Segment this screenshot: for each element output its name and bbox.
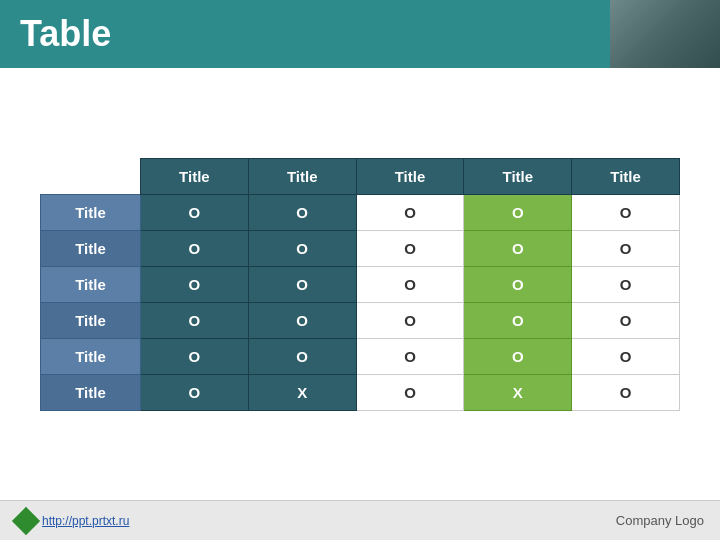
page-title: Table (20, 13, 111, 55)
table-cell: X (464, 374, 572, 410)
header-image (610, 0, 720, 68)
table-cell: O (464, 266, 572, 302)
header-col-2: Title (248, 158, 356, 194)
header-col-5: Title (572, 158, 680, 194)
row-header: Title (41, 194, 141, 230)
table-cell: O (356, 374, 464, 410)
table-row: TitleOOOOO (41, 194, 680, 230)
table-cell: O (464, 302, 572, 338)
header-empty (41, 158, 141, 194)
page-footer: http://ppt.prtxt.ru Company Logo (0, 500, 720, 540)
table-cell: O (356, 230, 464, 266)
table-cell: O (248, 338, 356, 374)
row-header: Title (41, 338, 141, 374)
table-cell: O (572, 374, 680, 410)
table-row: TitleOOOOO (41, 302, 680, 338)
row-header: Title (41, 266, 141, 302)
table-cell: O (572, 230, 680, 266)
row-header: Title (41, 230, 141, 266)
diamond-icon (12, 506, 40, 534)
header-col-1: Title (141, 158, 249, 194)
table-body: TitleOOOOOTitleOOOOOTitleOOOOOTitleOOOOO… (41, 194, 680, 410)
table-cell: O (356, 338, 464, 374)
page-header: Table (0, 0, 720, 68)
footer-left: http://ppt.prtxt.ru (16, 511, 129, 531)
header-col-4: Title (464, 158, 572, 194)
table-row: TitleOOOOO (41, 266, 680, 302)
table-cell: O (464, 194, 572, 230)
table-cell: O (572, 194, 680, 230)
table-cell: O (572, 302, 680, 338)
table-cell: O (356, 266, 464, 302)
row-header: Title (41, 374, 141, 410)
table-row: TitleOOOOO (41, 230, 680, 266)
table-cell: O (464, 230, 572, 266)
table-cell: O (464, 338, 572, 374)
table-cell: O (356, 302, 464, 338)
table-cell: O (141, 374, 249, 410)
table-cell: O (356, 194, 464, 230)
table-cell: O (248, 230, 356, 266)
table-cell: O (141, 266, 249, 302)
data-table: Title Title Title Title Title TitleOOOOO… (40, 158, 680, 411)
table-cell: O (572, 266, 680, 302)
table-cell: O (248, 302, 356, 338)
table-cell: O (141, 302, 249, 338)
row-header: Title (41, 302, 141, 338)
table-row: TitleOXOXO (41, 374, 680, 410)
main-content: Title Title Title Title Title TitleOOOOO… (0, 68, 720, 500)
table-cell: O (248, 266, 356, 302)
table-row: TitleOOOOO (41, 338, 680, 374)
table-cell: O (248, 194, 356, 230)
table-header-row: Title Title Title Title Title (41, 158, 680, 194)
table-cell: X (248, 374, 356, 410)
header-col-3: Title (356, 158, 464, 194)
table-cell: O (141, 230, 249, 266)
footer-logo: Company Logo (616, 513, 704, 528)
table-cell: O (572, 338, 680, 374)
table-cell: O (141, 338, 249, 374)
table-container: Title Title Title Title Title TitleOOOOO… (40, 158, 680, 411)
footer-link[interactable]: http://ppt.prtxt.ru (42, 514, 129, 528)
table-cell: O (141, 194, 249, 230)
